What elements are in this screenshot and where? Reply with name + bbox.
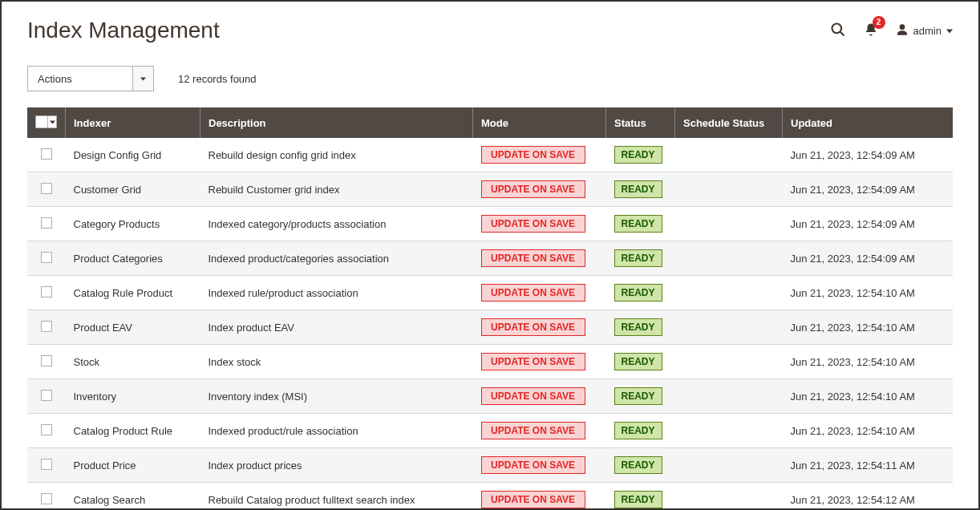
status-badge: READY	[614, 249, 662, 267]
cell-description: Rebuild Customer grid index	[200, 172, 473, 207]
table-row: Catalog Rule ProductIndexed rule/product…	[27, 276, 953, 310]
cell-description: Indexed category/products association	[200, 207, 473, 241]
cell-description: Indexed product/rule association	[200, 414, 473, 448]
mode-badge: UPDATE ON SAVE	[481, 353, 585, 370]
search-icon[interactable]	[830, 22, 846, 40]
mode-badge: UPDATE ON SAVE	[481, 318, 585, 336]
row-checkbox-cell	[27, 448, 66, 483]
cell-mode: UPDATE ON SAVE	[473, 345, 606, 379]
cell-updated: Jun 21, 2023, 12:54:10 AM	[783, 414, 954, 448]
cell-description: Index product prices	[200, 448, 473, 483]
row-checkbox-cell	[27, 207, 66, 241]
notification-badge: 2	[873, 16, 885, 29]
cell-updated: Jun 21, 2023, 12:54:10 AM	[783, 276, 954, 310]
row-checkbox-cell	[27, 414, 66, 448]
table-row: Catalog SearchRebuild Catalog product fu…	[27, 483, 953, 511]
row-checkbox[interactable]	[41, 183, 52, 194]
status-badge: READY	[614, 456, 662, 474]
table-row: StockIndex stockUPDATE ON SAVEREADYJun 2…	[27, 345, 953, 379]
cell-description: Rebuild Catalog product fulltext search …	[200, 483, 473, 511]
cell-status: READY	[606, 207, 675, 241]
row-checkbox[interactable]	[41, 390, 52, 401]
bell-icon	[864, 28, 878, 40]
notifications-button[interactable]: 2	[864, 22, 878, 40]
col-header-status[interactable]: Status	[606, 107, 675, 138]
col-header-description[interactable]: Description	[200, 107, 473, 138]
table-row: InventoryInventory index (MSI)UPDATE ON …	[27, 379, 953, 414]
cell-updated: Jun 21, 2023, 12:54:10 AM	[783, 345, 954, 379]
row-checkbox-cell	[27, 276, 66, 310]
row-checkbox[interactable]	[41, 148, 52, 160]
cell-indexer: Stock	[66, 345, 200, 379]
chevron-down-icon	[946, 25, 953, 37]
col-header-indexer[interactable]: Indexer	[66, 107, 200, 138]
mode-badge: UPDATE ON SAVE	[481, 284, 585, 302]
cell-schedule	[675, 414, 783, 448]
row-checkbox[interactable]	[41, 252, 52, 263]
row-checkbox[interactable]	[41, 493, 52, 504]
actions-dropdown-label: Actions	[28, 67, 132, 91]
cell-status: READY	[606, 276, 675, 310]
cell-description: Rebuild design config grid index	[200, 138, 473, 172]
row-checkbox[interactable]	[41, 355, 52, 366]
table-row: Product EAVIndex product EAVUPDATE ON SA…	[27, 310, 953, 345]
mode-badge: UPDATE ON SAVE	[481, 387, 585, 405]
cell-schedule	[675, 207, 783, 241]
index-grid: Indexer Description Mode Status Schedule…	[27, 107, 953, 510]
actions-dropdown[interactable]: Actions	[27, 66, 154, 91]
cell-indexer: Catalog Rule Product	[66, 276, 200, 310]
row-checkbox[interactable]	[41, 424, 52, 435]
cell-indexer: Product Categories	[66, 241, 200, 276]
col-header-schedule[interactable]: Schedule Status	[675, 107, 783, 138]
cell-status: READY	[606, 138, 675, 172]
select-all-header[interactable]	[27, 107, 66, 138]
cell-indexer: Customer Grid	[66, 172, 200, 207]
row-checkbox[interactable]	[41, 286, 52, 298]
table-row: Product CategoriesIndexed product/catego…	[27, 241, 953, 276]
row-checkbox[interactable]	[41, 321, 52, 332]
cell-indexer: Design Config Grid	[66, 138, 200, 172]
cell-status: READY	[606, 448, 675, 483]
mode-badge: UPDATE ON SAVE	[481, 215, 585, 233]
cell-updated: Jun 21, 2023, 12:54:09 AM	[783, 207, 954, 241]
row-checkbox[interactable]	[41, 459, 52, 470]
cell-schedule	[675, 310, 783, 345]
cell-updated: Jun 21, 2023, 12:54:10 AM	[783, 310, 954, 345]
row-checkbox-cell	[27, 345, 66, 379]
table-row: Catalog Product RuleIndexed product/rule…	[27, 414, 953, 448]
table-row: Design Config GridRebuild design config …	[27, 138, 953, 172]
cell-description: Indexed rule/product association	[200, 276, 473, 310]
svg-point-0	[832, 23, 841, 33]
cell-mode: UPDATE ON SAVE	[473, 276, 606, 310]
cell-updated: Jun 21, 2023, 12:54:09 AM	[783, 172, 954, 207]
user-icon	[896, 23, 909, 38]
cell-mode: UPDATE ON SAVE	[473, 138, 606, 172]
cell-status: READY	[606, 172, 675, 207]
cell-updated: Jun 21, 2023, 12:54:12 AM	[783, 483, 954, 511]
status-badge: READY	[614, 180, 662, 198]
cell-status: READY	[606, 310, 675, 345]
user-menu[interactable]: admin	[896, 23, 953, 38]
table-row: Customer GridRebuild Customer grid index…	[27, 172, 953, 207]
row-checkbox[interactable]	[41, 217, 52, 229]
mode-badge: UPDATE ON SAVE	[481, 456, 585, 474]
status-badge: READY	[614, 422, 662, 439]
status-badge: READY	[614, 353, 662, 370]
status-badge: READY	[614, 491, 662, 508]
select-all-checkbox[interactable]	[36, 116, 47, 128]
status-badge: READY	[614, 215, 662, 233]
table-row: Product PriceIndex product pricesUPDATE …	[27, 448, 953, 483]
cell-indexer: Inventory	[66, 379, 200, 414]
cell-mode: UPDATE ON SAVE	[473, 448, 606, 483]
cell-mode: UPDATE ON SAVE	[473, 241, 606, 276]
cell-status: READY	[606, 483, 675, 511]
cell-description: Index stock	[200, 345, 473, 379]
row-checkbox-cell	[27, 483, 66, 511]
select-all-dropdown[interactable]	[47, 116, 56, 128]
col-header-mode[interactable]: Mode	[473, 107, 606, 138]
col-header-updated[interactable]: Updated	[783, 107, 954, 138]
cell-indexer: Catalog Product Rule	[66, 414, 200, 448]
svg-line-1	[840, 31, 844, 35]
cell-mode: UPDATE ON SAVE	[473, 414, 606, 448]
row-checkbox-cell	[27, 172, 66, 207]
